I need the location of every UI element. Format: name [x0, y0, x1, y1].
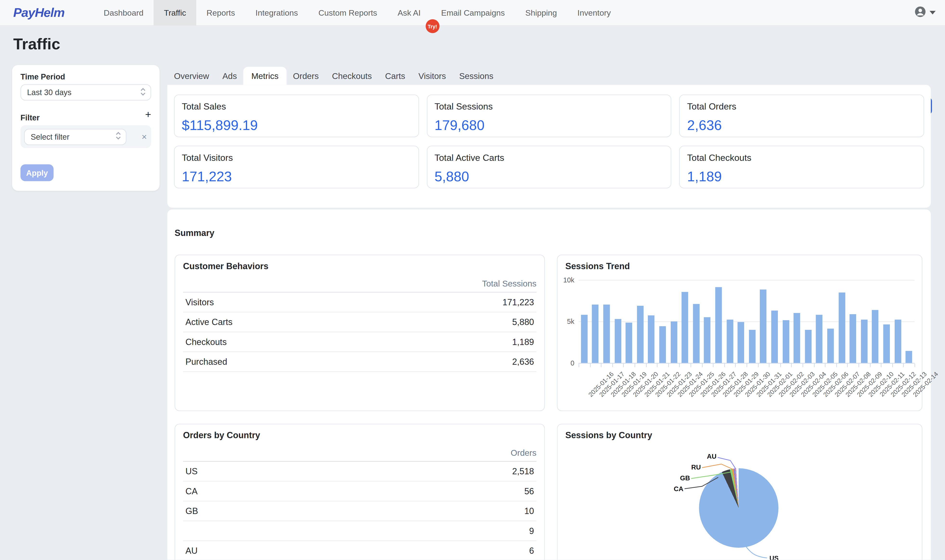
nav-item-inventory[interactable]: Inventory: [567, 0, 621, 25]
row-label: CA: [185, 486, 197, 496]
nav-menu: DashboardTrafficReportsIntegrationsCusto…: [94, 0, 621, 25]
row-value: 2,636: [512, 357, 534, 367]
filter-select[interactable]: Select filter: [24, 129, 126, 145]
add-filter-button[interactable]: +: [145, 109, 151, 120]
y-axis-tick-label: 5k: [559, 318, 574, 325]
metric-card-total-orders: Total Orders2,636: [679, 95, 924, 137]
select-updown-icon: [140, 88, 146, 98]
row-value: 5,880: [512, 317, 534, 327]
apply-button[interactable]: Apply: [20, 165, 54, 181]
bar-2025-01-26: [693, 304, 700, 363]
customer-behaviors-card: Customer Behaviors Total Sessions Visito…: [175, 255, 545, 411]
tab-carts[interactable]: Carts: [378, 67, 412, 85]
tab-overview[interactable]: Overview: [167, 67, 216, 85]
table-column-header: Total Sessions: [183, 275, 537, 293]
metric-card-total-active-carts: Total Active Carts5,880: [427, 146, 672, 189]
page-title: Traffic: [13, 35, 60, 54]
nav-item-label: Integrations: [255, 8, 298, 17]
nav-item-reports[interactable]: Reports: [196, 0, 245, 25]
filter-label: Filter: [20, 113, 40, 122]
orders-by-country-card: Orders by Country Orders US2,518CA56GB10…: [175, 424, 545, 560]
bar-2025-01-28: [715, 288, 722, 363]
bar-2025-02-14: [905, 351, 912, 363]
x-axis-tick: [668, 363, 669, 367]
row-value: 2,518: [512, 466, 534, 476]
x-axis-tick: [836, 363, 837, 367]
table-column-header: Orders: [183, 444, 537, 462]
row-value: 9: [529, 526, 534, 536]
x-axis-tick: [769, 363, 770, 367]
top-nav: PayHelm DashboardTrafficReportsIntegrati…: [0, 0, 945, 26]
pie-label-ca: CA: [674, 485, 683, 492]
x-axis-tick: [612, 363, 613, 367]
nav-item-label: Reports: [207, 8, 235, 17]
metric-card-total-checkouts: Total Checkouts1,189: [679, 146, 924, 189]
x-axis-tick: [634, 363, 635, 367]
summary-panel: Summary Customer Behaviors Total Session…: [167, 209, 931, 560]
row-value: 171,223: [502, 297, 534, 307]
summary-heading: Summary: [175, 228, 214, 238]
page: PayHelm DashboardTrafficReportsIntegrati…: [0, 0, 945, 560]
metric-grid: Total Sales$115,899.19Total Sessions179,…: [174, 95, 924, 189]
tab-metrics[interactable]: Metrics: [243, 67, 286, 85]
bar-2025-02-07: [827, 329, 834, 363]
table-row: Active Carts5,880: [183, 312, 537, 332]
user-menu[interactable]: [914, 0, 935, 25]
metric-label: Total Checkouts: [687, 152, 916, 163]
nav-item-email-campaigns[interactable]: Email Campaigns: [431, 0, 515, 25]
row-value: 1,189: [512, 337, 534, 347]
orders-by-country-table: Orders US2,518CA56GB109AU6: [183, 444, 537, 560]
nav-item-dashboard[interactable]: Dashboard: [94, 0, 154, 25]
table-row: Visitors171,223: [183, 292, 537, 312]
metric-value: 2,636: [687, 117, 916, 134]
tab-ads[interactable]: Ads: [216, 67, 243, 85]
bar-2025-01-31: [749, 329, 756, 363]
nav-item-shipping[interactable]: Shipping: [515, 0, 567, 25]
tab-visitors[interactable]: Visitors: [412, 67, 452, 85]
metric-value: 179,680: [434, 117, 664, 134]
nav-item-integrations[interactable]: Integrations: [245, 0, 308, 25]
metric-label: Total Visitors: [182, 152, 411, 163]
x-axis-tick: [915, 363, 916, 367]
select-updown-icon: [115, 131, 121, 142]
nav-item-label: Email Campaigns: [441, 8, 505, 17]
x-axis-tick: [780, 363, 781, 367]
row-value: 6: [529, 546, 534, 556]
tab-sessions[interactable]: Sessions: [452, 67, 500, 85]
table-row: CA56: [183, 482, 537, 502]
row-label: Visitors: [185, 297, 214, 307]
time-period-select[interactable]: Last 30 days: [20, 84, 151, 101]
bar-2025-02-02: [771, 311, 778, 363]
metric-value: 5,880: [434, 169, 664, 185]
filter-placeholder: Select filter: [31, 132, 69, 142]
table-row: 9: [183, 521, 537, 541]
nav-item-traffic[interactable]: Traffic: [154, 0, 196, 25]
bar-2025-01-16: [581, 315, 588, 363]
nav-item-custom-reports[interactable]: Custom Reports: [308, 0, 388, 25]
nav-item-label: Dashboard: [104, 8, 143, 17]
x-axis-tick: [825, 363, 825, 367]
bar-2025-02-12: [883, 324, 890, 363]
bar-2025-01-17: [592, 305, 599, 363]
metric-label: Total Active Carts: [434, 152, 664, 163]
row-label: GB: [185, 506, 198, 516]
tab-checkouts[interactable]: Checkouts: [325, 67, 378, 85]
try-badge: Try!: [426, 19, 440, 33]
x-axis-tick: [590, 363, 591, 367]
row-label: Purchased: [185, 357, 227, 367]
nav-item-label: Shipping: [525, 8, 557, 17]
y-axis-tick-label: 10k: [559, 276, 574, 284]
bar-2025-02-05: [805, 329, 811, 363]
bar-2025-01-27: [704, 317, 711, 363]
remove-filter-button[interactable]: ×: [142, 131, 147, 142]
payhelm-logo[interactable]: PayHelm: [13, 6, 65, 20]
x-axis-tick: [746, 363, 747, 367]
pie-label-ru: RU: [691, 463, 701, 471]
x-axis-tick: [892, 363, 893, 367]
nav-item-label: Custom Reports: [319, 8, 377, 17]
time-period-value: Last 30 days: [27, 88, 72, 97]
nav-item-ask-ai[interactable]: Ask AITry!: [388, 0, 431, 25]
bar-2025-02-08: [838, 292, 845, 363]
chart-title: Sessions by Country: [565, 431, 653, 440]
tab-orders[interactable]: Orders: [286, 67, 325, 85]
